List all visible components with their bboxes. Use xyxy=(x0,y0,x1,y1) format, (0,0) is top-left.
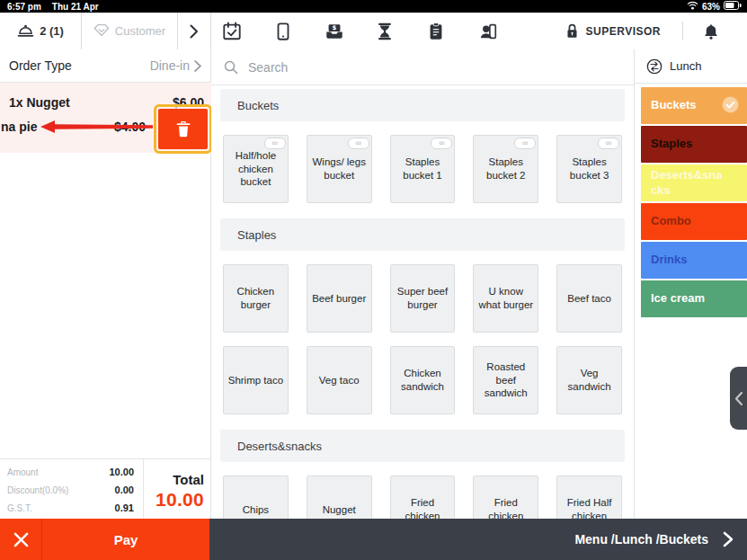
order-item-name[interactable]: na pie xyxy=(1,120,37,134)
menu-item-label: Staples bucket 3 xyxy=(560,156,618,182)
search-bar[interactable] xyxy=(211,49,634,85)
gst-label: G.S.T. xyxy=(7,503,32,513)
delete-item-button[interactable] xyxy=(158,109,208,149)
swap-icon xyxy=(646,58,663,75)
menu-item-tile[interactable]: Super beef burger xyxy=(390,264,456,333)
supervisor-label: SUPERVISOR xyxy=(586,25,661,38)
menu-item-label: Beef taco xyxy=(567,292,611,306)
calendar-check-icon xyxy=(222,22,242,41)
pay-label: Pay xyxy=(114,532,138,547)
toolbar-divider xyxy=(682,22,683,40)
menu-item-tile[interactable]: Chips xyxy=(223,476,289,519)
pos-screen: 6:57 pm Thu 21 Apr 63% 2 (1) Customer xyxy=(0,0,747,560)
menu-item-label: Staples bucket 1 xyxy=(394,156,452,182)
menu-item-tile[interactable]: Staples bucket 3∞ xyxy=(556,135,622,203)
battery-percent: 63% xyxy=(702,2,720,12)
bottom-bar: Pay Menu /Lunch /Buckets xyxy=(0,519,747,560)
menu-item-tile[interactable]: Fried chicken xyxy=(390,476,456,519)
amount-value: 10.00 xyxy=(109,467,134,477)
category-button-deserts-snacks[interactable]: Deserts&snacks xyxy=(641,164,747,201)
expand-panel-button[interactable] xyxy=(177,13,211,49)
device-button[interactable] xyxy=(271,19,296,44)
cash-drawer-button[interactable]: $ xyxy=(322,19,347,44)
bookings-button[interactable] xyxy=(219,19,245,44)
order-type-row[interactable]: Order Type Dine-in xyxy=(0,49,210,83)
infinity-badge: ∞ xyxy=(348,138,369,149)
search-icon xyxy=(224,60,238,75)
tile-grid: ChipsNuggetFried chickenFried chickenFri… xyxy=(223,476,622,519)
category-label: Staples xyxy=(651,137,692,151)
battery-icon xyxy=(724,1,742,12)
cash-tray-icon: $ xyxy=(325,22,344,41)
menu-item-tile[interactable]: Shrimp taco xyxy=(223,346,289,414)
infinity-badge: ∞ xyxy=(431,138,452,149)
tile-grid: Half/hole chicken bucket∞Wings/ legs buc… xyxy=(223,135,622,203)
status-bar: 6:57 pm Thu 21 Apr 63% xyxy=(0,0,747,13)
menu-item-label: Chicken sandwich xyxy=(394,367,452,394)
customer-button[interactable]: Customer xyxy=(82,13,178,49)
order-item-name[interactable]: 1x Nugget xyxy=(9,95,70,110)
menu-item-tile[interactable]: Chicken sandwich xyxy=(390,346,456,414)
category-label: Deserts&snacks xyxy=(651,168,724,198)
chevron-right-icon[interactable] xyxy=(723,531,734,547)
category-list: BucketsStaplesDeserts&snacksComboDrinksI… xyxy=(635,84,747,317)
menu-item-label: U know what burger xyxy=(476,285,535,312)
menu-item-label: Nugget xyxy=(323,503,356,517)
category-sidebar: Lunch BucketsStaplesDeserts&snacksComboD… xyxy=(634,49,747,519)
category-label: Buckets xyxy=(651,98,697,112)
menu-item-label: Chicken burger xyxy=(227,285,285,312)
menu-switcher[interactable]: Lunch xyxy=(635,49,747,84)
bell-icon xyxy=(702,22,720,41)
menu-item-tile[interactable]: Staples bucket 2∞ xyxy=(473,135,538,203)
pending-orders-button[interactable] xyxy=(372,19,397,44)
notifications-button[interactable] xyxy=(698,19,724,44)
tablet-icon xyxy=(273,22,293,41)
search-input[interactable] xyxy=(246,59,520,76)
totals-section: Amount 10.00 Discount(0.0%) 0.00 G.S.T. … xyxy=(0,458,211,519)
staff-card-button[interactable] xyxy=(476,19,501,44)
category-label: Combo xyxy=(651,214,691,228)
menu-item-label: Half/hole chicken bucket xyxy=(227,149,285,190)
menu-item-tile[interactable]: Fried chicken xyxy=(473,476,538,519)
menu-item-tile[interactable]: Beef taco xyxy=(556,264,622,333)
category-button-buckets[interactable]: Buckets xyxy=(641,87,747,124)
cancel-order-button[interactable] xyxy=(0,519,42,560)
annotation-highlight-box xyxy=(154,104,212,154)
menu-item-tile[interactable]: Half/hole chicken bucket∞ xyxy=(223,135,289,203)
menu-item-tile[interactable]: U know what burger xyxy=(473,264,538,333)
menu-item-tile[interactable]: Wings/ legs bucket∞ xyxy=(307,135,372,203)
menu-item-tile[interactable]: Nugget xyxy=(307,476,372,519)
total-value: 10.00 xyxy=(144,489,204,511)
menu-item-tile[interactable]: Veg sandwich xyxy=(556,346,622,414)
pay-button[interactable]: Pay xyxy=(42,519,209,560)
svg-text:$: $ xyxy=(333,24,337,31)
menu-item-tile[interactable]: Veg taco xyxy=(307,346,372,414)
menu-item-tile[interactable]: Chicken burger xyxy=(223,264,289,333)
discount-label: Discount(0.0%) xyxy=(7,485,68,495)
category-button-ice-cream[interactable]: Ice cream xyxy=(641,280,747,317)
menu-item-label: Beef burger xyxy=(312,292,366,306)
customer-label: Customer xyxy=(115,24,165,38)
menu-item-tile[interactable]: Staples bucket 1∞ xyxy=(390,135,456,203)
chevron-right-icon xyxy=(190,24,199,39)
customer-diamond-icon xyxy=(93,23,110,40)
category-button-combo[interactable]: Combo xyxy=(641,203,747,240)
cloche-icon xyxy=(17,22,34,40)
status-time: 6:57 pm xyxy=(7,2,41,12)
category-button-drinks[interactable]: Drinks xyxy=(641,242,747,279)
category-button-staples[interactable]: Staples xyxy=(641,126,747,163)
supervisor-button[interactable]: SUPERVISOR xyxy=(565,13,661,49)
status-date: Thu 21 Apr xyxy=(52,2,99,12)
menu-item-tile[interactable]: Beef burger xyxy=(307,264,372,333)
menu-item-tile[interactable]: Fried Half chicken xyxy=(556,476,622,519)
side-drawer-handle[interactable] xyxy=(730,367,747,430)
tile-grid: Chicken burgerBeef burgerSuper beef burg… xyxy=(223,264,622,414)
open-orders-tab[interactable]: 2 (1) xyxy=(0,13,82,49)
total-label: Total xyxy=(144,472,204,487)
lock-icon xyxy=(565,22,580,40)
menu-item-tile[interactable]: Roasted beef sandwich xyxy=(473,346,538,414)
wifi-icon xyxy=(687,1,698,12)
order-type-value: Dine-in xyxy=(150,58,190,73)
orders-list-button[interactable] xyxy=(423,19,449,44)
menu-item-label: Fried Half chicken xyxy=(560,496,618,519)
